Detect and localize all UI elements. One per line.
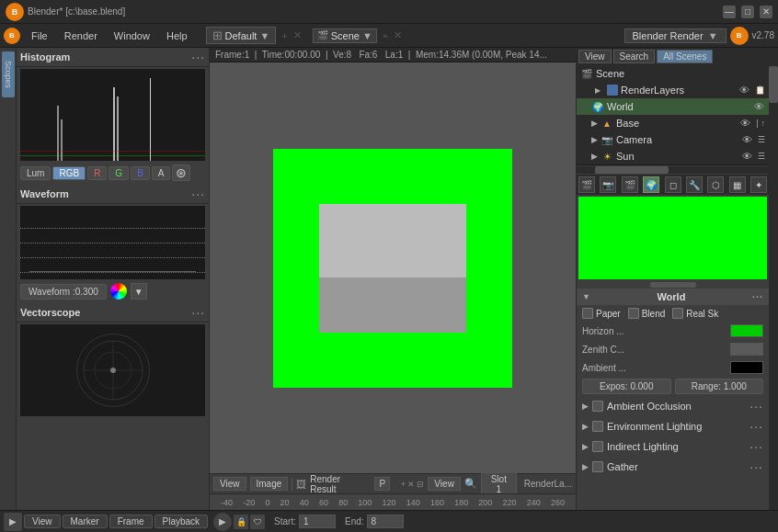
menu-window[interactable]: Window [107,28,157,43]
expos-btn[interactable]: Expos: 0.000 [582,379,671,394]
histogram-options[interactable]: ··· [191,50,205,64]
screen-layout-selector[interactable]: ⊞ Default ▼ [206,27,277,44]
end-input[interactable] [367,515,404,528]
range-btn[interactable]: Range: 1.000 [675,379,764,394]
b-channel-btn[interactable]: B [131,166,150,180]
tree-search-btn[interactable]: Search [613,50,656,63]
menu-help[interactable]: Help [159,28,195,43]
data-btn[interactable]: ⬡ [707,176,724,193]
a-channel-btn[interactable]: A [152,166,171,180]
env-light-options[interactable]: ··· [749,419,763,434]
render-canvas [210,62,576,473]
waveform-value-btn[interactable]: Waveform :0.300 [20,284,107,300]
lum-channel-btn[interactable]: Lum [20,166,51,180]
channel-extra-btn[interactable]: ⊛ [172,164,190,181]
maximize-button[interactable]: □ [741,6,754,18]
particles-btn[interactable]: ✦ [750,176,767,193]
world-props-btn[interactable]: 🌍 [643,176,659,193]
marker-btn[interactable]: Marker [63,515,108,528]
g-channel-btn[interactable]: G [109,166,129,180]
env-light-checkbox[interactable] [592,421,603,432]
tree-scrollbar-thumb[interactable] [595,166,669,174]
paper-option[interactable]: Paper [582,308,621,319]
scene-props-btn[interactable]: 🎬 [622,176,638,193]
sun-extra[interactable]: ☰ [758,152,765,161]
tree-item-camera[interactable]: ▶ 📷 Camera 👁 ☰ [577,131,769,148]
ambient-color-swatch[interactable] [730,361,763,374]
r-channel-btn[interactable]: R [87,166,107,180]
view-bottom-btn[interactable]: View [24,515,61,528]
tree-all-scenes-btn[interactable]: All Scenes [657,50,713,63]
indirect-options[interactable]: ··· [749,439,763,454]
playback-controls[interactable]: ▶ [213,513,232,531]
minimize-button[interactable]: — [723,6,736,18]
view2-button[interactable]: View [428,477,461,491]
waveform-extra-btn[interactable]: ▼ [131,283,147,300]
camera-extra[interactable]: ☰ [758,135,765,144]
base-visibility[interactable]: 👁 [738,117,751,130]
menu-render[interactable]: Render [57,28,105,43]
waveform-options[interactable]: ··· [191,187,205,201]
vectorscope-options[interactable]: ··· [191,305,205,320]
tree-item-world[interactable]: 🌍 World 👁 [577,98,769,115]
tree-view-btn[interactable]: View [578,50,612,63]
world-options[interactable]: ··· [752,291,763,302]
right-scrollbar-thumb[interactable] [769,66,778,103]
blend-checkbox[interactable] [628,308,639,319]
gather-checkbox[interactable] [592,461,603,472]
scene-selector[interactable]: 🎬 Scene ▼ [313,28,377,43]
realsk-checkbox[interactable] [672,308,683,319]
ao-checkbox[interactable] [592,401,603,412]
indirect-lighting-row[interactable]: ▶ Indirect Lighting ··· [577,436,769,457]
tree-scrollbar[interactable] [577,166,769,174]
ao-options[interactable]: ··· [749,399,763,413]
color-wheel-btn[interactable] [110,283,127,300]
base-extra2[interactable]: ↑ [761,119,766,128]
close-button[interactable]: ✕ [760,6,772,18]
horizon-color-swatch[interactable] [730,324,763,337]
preview-scrollbar-thumb[interactable] [650,282,696,288]
gather-options[interactable]: ··· [749,459,763,474]
tree-item-scene[interactable]: 🎬 Scene [577,65,769,82]
lock-icon[interactable]: 🔒 [234,515,248,529]
env-light-arrow: ▶ [582,422,589,431]
renderlayers-extra[interactable]: 📋 [755,85,765,95]
renderlayers-visibility[interactable]: 👁 [738,84,750,96]
indirect-checkbox[interactable] [592,441,603,452]
sun-visibility[interactable]: 👁 [740,150,753,163]
start-input[interactable] [299,515,336,528]
world-section-header[interactable]: ▼ World ··· [577,289,769,305]
render-layers-btn[interactable]: 📷 [600,176,616,193]
base-extra1: | [756,119,758,128]
world-visibility[interactable]: 👁 [752,100,765,113]
materials-btn[interactable]: ▦ [729,176,746,193]
blend-option[interactable]: Blend [628,308,666,319]
preview-scrollbar[interactable] [577,281,769,289]
tree-item-renderlayers[interactable]: ▶ RenderLayers 👁 📋 [577,82,769,98]
zenith-color-swatch[interactable] [730,343,763,356]
paper-checkbox[interactable] [582,308,593,319]
playback-btn[interactable]: Playback [154,515,209,528]
render-engine-selector[interactable]: Blender Render ▼ [624,28,727,43]
environment-lighting-row[interactable]: ▶ Environment Lighting ··· [577,416,769,436]
scopes-tab[interactable]: Scopes [2,51,15,97]
object-props-btn[interactable]: ◻ [665,176,681,193]
frame-btn[interactable]: Frame [109,515,153,528]
ambient-occlusion-row[interactable]: ▶ Ambient Occlusion ··· [577,396,769,416]
constraints-btn[interactable]: 🔧 [686,176,703,193]
tree-item-sun[interactable]: ▶ ☀ Sun 👁 ☰ [577,148,769,164]
realsk-option[interactable]: Real Sk [672,308,718,319]
image-button[interactable]: Image [250,477,289,491]
memory-info: Mem:14.36M (0.00M, Peak 14... [416,50,547,60]
view-button[interactable]: View [213,477,246,491]
shield-icon[interactable]: 🛡 [250,515,265,529]
render-props-btn[interactable]: 🎬 [578,176,595,193]
camera-visibility[interactable]: 👁 [740,133,753,146]
menu-file[interactable]: File [24,28,55,43]
p-button[interactable]: P [374,477,390,491]
right-scrollbar[interactable] [769,48,778,510]
rgb-channel-btn[interactable]: RGB [52,166,86,180]
tree-item-base[interactable]: ▶ ▲ Base 👁 | ↑ [577,115,769,131]
gather-row[interactable]: ▶ Gather ··· [577,457,769,477]
slot-button[interactable]: Slot 1 [481,472,517,496]
